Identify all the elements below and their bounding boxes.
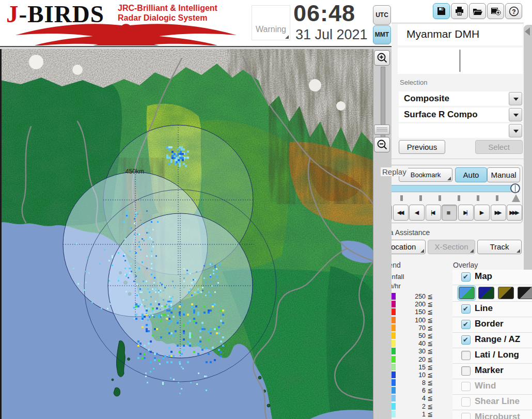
stop-button[interactable]: ■ <box>442 205 457 221</box>
range-ring-label: 450km <box>126 168 144 175</box>
add-image-button[interactable] <box>487 3 504 19</box>
unchecked-checkbox[interactable] <box>461 351 471 360</box>
slider-tick <box>400 195 403 201</box>
jbirds-application: J-BIRDS JRC-Brilliant & Intelligent Rada… <box>0 0 532 419</box>
legend-threshold-label: 30 ≦ <box>397 347 433 355</box>
logo-subtitle-1: JRC-Brilliant & Intelligent <box>118 4 217 13</box>
overlay-row-microburst[interactable]: Microburst <box>452 410 532 419</box>
selection-dropdown-2-value: Surface R Compo <box>404 107 478 122</box>
overlay-item-label: Shear Line <box>475 396 520 407</box>
panel-collapse-arrow-icon[interactable] <box>525 27 530 36</box>
legend-threshold-label: 200 ≦ <box>397 300 433 308</box>
legend-threshold-label: 50 ≦ <box>397 332 433 339</box>
map-style-swatches-row <box>452 285 532 302</box>
map-left-border <box>0 49 2 419</box>
unchecked-checkbox <box>461 413 471 419</box>
save-button[interactable] <box>433 3 450 19</box>
slider-tick <box>439 195 441 201</box>
step-forward-button[interactable]: ▶| <box>458 205 474 221</box>
overlay-list: MapLineBorderRange / AZLati / LongMarker… <box>452 270 532 419</box>
step-backward-button[interactable]: |◀ <box>426 205 441 221</box>
overlay-label: Overlay <box>453 261 478 269</box>
text-cursor <box>460 50 460 72</box>
play-backward-button[interactable]: ◀ <box>409 205 425 221</box>
track-button[interactable]: Track <box>477 240 522 254</box>
overlay-row-lati-long[interactable]: Lati / Long <box>452 348 532 364</box>
selection-label: Selection <box>400 79 427 86</box>
checked-checkbox[interactable] <box>461 304 471 314</box>
auto-button[interactable]: Auto <box>455 167 487 182</box>
overlay-row-border[interactable]: Border <box>452 317 532 333</box>
station-name: Myanmar DMH <box>406 28 479 40</box>
overlay-row-shear-line[interactable]: Shear Line <box>452 395 532 410</box>
map-style-swatch-2[interactable] <box>478 287 494 299</box>
replay-slider-track[interactable] <box>382 185 519 192</box>
map-style-swatch-3[interactable] <box>498 287 514 299</box>
rewind-double-button[interactable]: ◀◀ <box>393 205 409 221</box>
open-folder-button[interactable] <box>469 3 486 19</box>
station-name-box: Myanmar DMH <box>398 24 523 45</box>
selection-dropdown-1[interactable]: Composite <box>399 91 523 106</box>
selection-dropdown-2[interactable]: Surface R Compo <box>399 107 523 122</box>
select-button[interactable]: Select <box>475 140 523 154</box>
overlay-row-range-az[interactable]: Range / AZ <box>452 333 532 348</box>
warning-button[interactable]: Warning <box>252 5 290 40</box>
chevron-down-icon[interactable] <box>509 124 522 137</box>
panel-separator <box>392 159 524 159</box>
station-list-box[interactable] <box>398 48 523 74</box>
replay-slider-handle[interactable] <box>510 183 520 193</box>
unchecked-checkbox <box>461 397 471 407</box>
legend-threshold-label: 250 ≦ <box>397 292 433 300</box>
svg-text:?: ? <box>512 8 515 15</box>
overlay-row-map[interactable]: Map <box>452 270 532 285</box>
map-style-swatch-1[interactable] <box>459 287 475 299</box>
legend-threshold-label: 6 ≦ <box>397 386 433 394</box>
panel-divider <box>392 23 524 23</box>
previous-button[interactable]: Previous <box>399 140 445 154</box>
map-style-swatch-4[interactable] <box>518 287 532 299</box>
playback-controls: ◀◀◀◀◀◀|◀■▶|▶▶▶▶▶▶ <box>377 205 522 221</box>
zoom-slider-handle[interactable] <box>374 125 390 135</box>
radar-map-image[interactable]: 450km <box>0 49 373 419</box>
eagle-logo-icon <box>11 22 241 45</box>
manual-button[interactable]: Manual <box>487 167 520 182</box>
add-image-icon <box>491 6 501 16</box>
checked-checkbox[interactable] <box>461 335 471 345</box>
print-button[interactable] <box>451 3 468 19</box>
radar-map-view[interactable]: 450km <box>0 49 392 419</box>
checked-checkbox[interactable] <box>461 320 471 329</box>
clock-time: 06:48 <box>293 0 355 27</box>
zoom-in-icon <box>377 52 388 64</box>
overlay-row-marker[interactable]: Marker <box>452 364 532 379</box>
zoom-in-button[interactable] <box>374 50 390 66</box>
unchecked-checkbox <box>461 382 471 391</box>
help-button[interactable]: ? <box>505 3 522 19</box>
timezone-utc-button[interactable]: UTC <box>373 5 391 25</box>
warning-label: Warning <box>256 25 286 34</box>
overlay-row-wind[interactable]: Wind <box>452 379 532 395</box>
forward-triple-button[interactable]: ▶▶▶ <box>507 205 522 221</box>
legend-threshold-label: 40 ≦ <box>397 339 433 347</box>
print-icon <box>455 6 464 16</box>
overlay-row-line[interactable]: Line <box>452 302 532 317</box>
legend-threshold-label: 100 ≦ <box>397 316 433 324</box>
play-forward-button[interactable]: ▶ <box>474 205 490 221</box>
legend-threshold-label: 2 ≦ <box>397 402 433 410</box>
unchecked-checkbox[interactable] <box>461 366 471 376</box>
selection-dropdown-3[interactable] <box>399 123 523 138</box>
overlay-item-label: Border <box>475 319 504 329</box>
checked-checkbox[interactable] <box>461 272 471 282</box>
zoom-out-button[interactable] <box>374 137 390 152</box>
overlay-item-label: Wind <box>475 381 496 391</box>
x-section-button[interactable]: X-Section <box>428 240 475 254</box>
overlay-item-label: Map <box>475 271 492 282</box>
legend-threshold-label: 8 ≦ <box>397 379 433 386</box>
overlay-item-label: Microburst <box>475 412 520 419</box>
chevron-down-icon[interactable] <box>509 108 522 121</box>
timezone-mmt-button[interactable]: MMT <box>373 25 391 44</box>
chevron-down-icon[interactable] <box>509 92 522 105</box>
help-icon: ? <box>509 6 519 17</box>
slider-tick <box>458 195 460 201</box>
forward-double-button[interactable]: ▶▶ <box>491 205 506 221</box>
open-folder-icon <box>473 7 483 16</box>
